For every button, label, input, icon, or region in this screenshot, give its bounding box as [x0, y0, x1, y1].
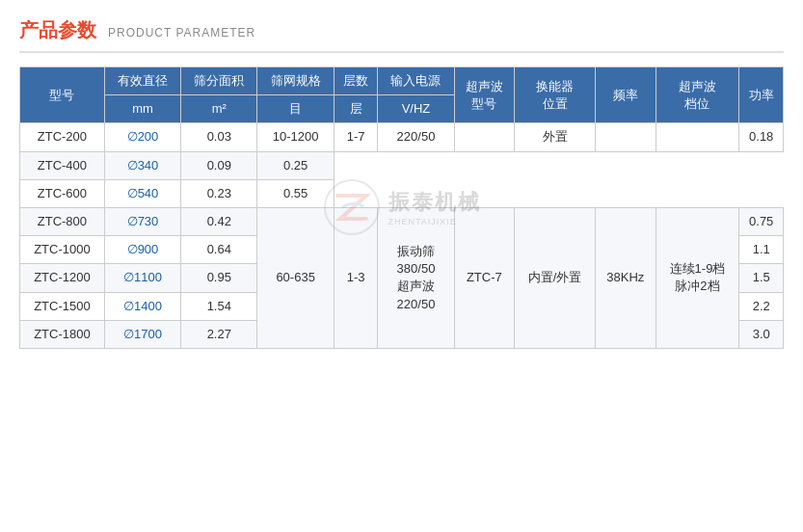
table-cell: 220/50: [378, 123, 454, 151]
th-ultrasonic-level: 超声波档位: [656, 67, 739, 123]
table-cell: 0.64: [181, 236, 257, 264]
table-cell: ZTC-1200: [20, 264, 105, 292]
table-container: 振泰机械 ZHENTAIJIXIE 型号 有效直径 筛分面积 筛网规格 层数 输…: [19, 66, 784, 349]
table-cell: ∅900: [104, 236, 180, 264]
table-row: ZTC-600∅5400.230.55: [20, 179, 784, 207]
table-cell: 1.54: [181, 292, 257, 320]
table-row: ZTC-200∅2000.0310-12001-7220/50外置0.18: [20, 123, 784, 151]
table-cell: 2.27: [181, 320, 257, 348]
table-cell: ZTC-1800: [20, 320, 105, 348]
parameter-table: 型号 有效直径 筛分面积 筛网规格 层数 输入电源 超声波型号 换能器位置 频率…: [19, 66, 784, 349]
th-mesh: 筛网规格: [257, 67, 334, 95]
table-cell: ZTC-1000: [20, 236, 105, 264]
page-title-cn: 产品参数: [19, 17, 96, 43]
table-cell: 0.03: [181, 123, 257, 151]
table-cell: 0.18: [739, 123, 784, 151]
table-cell: 1.1: [739, 236, 784, 264]
table-cell: 外置: [515, 123, 596, 151]
th-vhz: V/HZ: [378, 95, 454, 123]
table-cell: [656, 123, 739, 151]
th-m2: m²: [181, 95, 257, 123]
table-cell: [454, 123, 514, 151]
table-cell: 1-7: [334, 123, 378, 151]
table-row: ZTC-400∅3400.090.25: [20, 151, 784, 179]
table-cell: ZTC-800: [20, 207, 105, 235]
table-cell: ∅1400: [104, 292, 180, 320]
table-cell: 2.2: [739, 292, 784, 320]
table-cell: 振动筛380/50超声波220/50: [378, 207, 454, 348]
table-cell: 0.25: [257, 151, 334, 179]
table-cell: ∅540: [104, 179, 180, 207]
table-cell: 0.09: [181, 151, 257, 179]
table-cell: 0.23: [181, 179, 257, 207]
table-cell: ZTC-1500: [20, 292, 105, 320]
th-mm: mm: [104, 95, 180, 123]
th-frequency: 频率: [596, 67, 656, 123]
page-wrapper: 产品参数 PRODUCT PARAMETER 振泰机械 ZHENTAIJIXIE…: [0, 0, 803, 532]
th-diameter: 有效直径: [104, 67, 180, 95]
table-cell: 0.55: [257, 179, 334, 207]
table-cell: ZTC-600: [20, 179, 105, 207]
table-cell: ZTC-400: [20, 151, 105, 179]
table-cell: 0.42: [181, 207, 257, 235]
th-ultrasonic-model: 超声波型号: [454, 67, 514, 123]
table-cell: 0.95: [181, 264, 257, 292]
th-area: 筛分面积: [181, 67, 257, 95]
table-cell: 1.5: [739, 264, 784, 292]
table-cell: 3.0: [739, 320, 784, 348]
th-layers-unit: 层: [334, 95, 378, 123]
table-cell: 连续1-9档脉冲2档: [656, 207, 739, 348]
page-title-area: 产品参数 PRODUCT PARAMETER: [19, 17, 784, 53]
table-cell: ∅1700: [104, 320, 180, 348]
table-row: ZTC-800∅7300.4260-6351-3振动筛380/50超声波220/…: [20, 207, 784, 235]
table-cell: 1-3: [334, 207, 378, 348]
table-cell: ∅200: [104, 123, 180, 151]
page-title-en: PRODUCT PARAMETER: [108, 26, 255, 40]
th-power-input: 输入电源: [378, 67, 454, 95]
table-cell: 38KHz: [596, 207, 656, 348]
th-power-kw: 功率: [739, 67, 784, 123]
table-cell: ∅730: [104, 207, 180, 235]
th-layers: 层数: [334, 67, 378, 95]
th-mesh-unit: 目: [257, 95, 334, 123]
table-cell: 内置/外置: [515, 207, 596, 348]
table-cell: 10-1200: [257, 123, 334, 151]
th-model: 型号: [20, 67, 105, 123]
table-cell: [596, 123, 656, 151]
th-transducer-pos: 换能器位置: [515, 67, 596, 123]
table-cell: ZTC-7: [454, 207, 514, 348]
table-cell: 60-635: [257, 207, 334, 348]
table-cell: ∅1100: [104, 264, 180, 292]
table-cell: 0.75: [739, 207, 784, 235]
table-cell: ∅340: [104, 151, 180, 179]
table-cell: ZTC-200: [20, 123, 105, 151]
